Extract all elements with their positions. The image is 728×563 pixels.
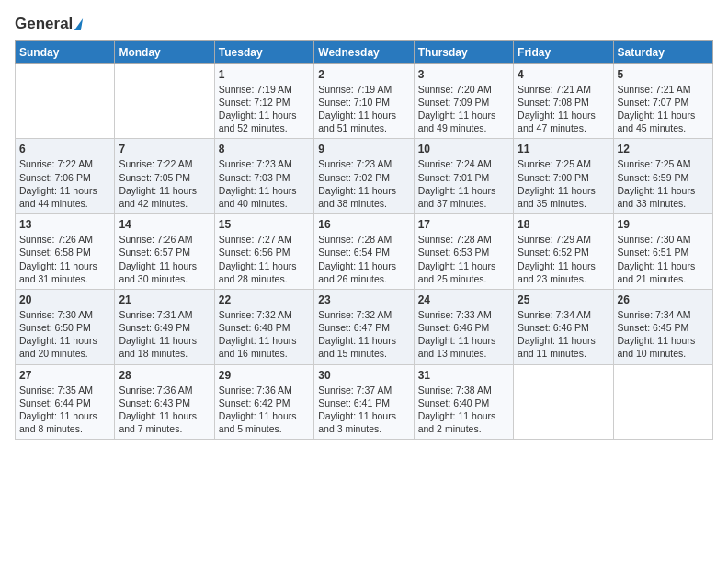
day-info: Sunrise: 7:37 AMSunset: 6:41 PMDaylight:…	[318, 384, 409, 436]
calendar-cell: 13Sunrise: 7:26 AMSunset: 6:58 PMDayligh…	[16, 214, 115, 290]
day-info: Sunrise: 7:33 AMSunset: 6:46 PMDaylight:…	[418, 308, 509, 361]
calendar-cell	[16, 63, 115, 139]
calendar-cell: 27Sunrise: 7:35 AMSunset: 6:44 PMDayligh…	[16, 364, 115, 440]
logo-triangle-icon	[74, 18, 83, 30]
day-info: Sunrise: 7:32 AMSunset: 6:48 PMDaylight:…	[219, 308, 310, 361]
calendar-cell: 26Sunrise: 7:34 AMSunset: 6:45 PMDayligh…	[613, 289, 712, 364]
day-number: 27	[19, 369, 110, 382]
day-number: 15	[219, 218, 310, 231]
day-info: Sunrise: 7:27 AMSunset: 6:56 PMDaylight:…	[219, 233, 310, 285]
calendar-cell: 30Sunrise: 7:37 AMSunset: 6:41 PMDayligh…	[314, 364, 414, 440]
day-info: Sunrise: 7:36 AMSunset: 6:43 PMDaylight:…	[119, 384, 210, 436]
day-number: 17	[418, 218, 509, 231]
calendar-cell: 25Sunrise: 7:34 AMSunset: 6:46 PMDayligh…	[514, 289, 613, 364]
calendar-week-row: 6Sunrise: 7:22 AMSunset: 7:06 PMDaylight…	[16, 139, 713, 214]
day-info: Sunrise: 7:20 AMSunset: 7:09 PMDaylight:…	[418, 83, 509, 135]
day-info: Sunrise: 7:19 AMSunset: 7:12 PMDaylight:…	[219, 83, 310, 135]
day-info: Sunrise: 7:22 AMSunset: 7:05 PMDaylight:…	[119, 157, 210, 210]
day-info: Sunrise: 7:23 AMSunset: 7:03 PMDaylight:…	[219, 157, 310, 210]
day-info: Sunrise: 7:32 AMSunset: 6:47 PMDaylight:…	[318, 308, 409, 361]
calendar-cell: 28Sunrise: 7:36 AMSunset: 6:43 PMDayligh…	[115, 364, 214, 440]
day-info: Sunrise: 7:30 AMSunset: 6:51 PMDaylight:…	[618, 233, 709, 285]
calendar-cell: 9Sunrise: 7:23 AMSunset: 7:02 PMDaylight…	[314, 139, 414, 214]
day-number: 23	[318, 293, 409, 306]
day-info: Sunrise: 7:31 AMSunset: 6:49 PMDaylight:…	[119, 308, 210, 361]
day-number: 22	[219, 293, 310, 306]
calendar-cell	[115, 63, 214, 139]
calendar-cell: 31Sunrise: 7:38 AMSunset: 6:40 PMDayligh…	[414, 364, 513, 440]
day-info: Sunrise: 7:38 AMSunset: 6:40 PMDaylight:…	[418, 384, 509, 436]
calendar-cell: 14Sunrise: 7:26 AMSunset: 6:57 PMDayligh…	[115, 214, 214, 290]
calendar-cell: 24Sunrise: 7:33 AMSunset: 6:46 PMDayligh…	[414, 289, 513, 364]
header: General	[15, 15, 713, 31]
calendar-cell: 21Sunrise: 7:31 AMSunset: 6:49 PMDayligh…	[115, 289, 214, 364]
calendar-cell: 20Sunrise: 7:30 AMSunset: 6:50 PMDayligh…	[16, 289, 115, 364]
day-number: 28	[119, 369, 210, 382]
calendar-cell: 29Sunrise: 7:36 AMSunset: 6:42 PMDayligh…	[214, 364, 313, 440]
day-number: 8	[219, 143, 310, 155]
calendar-cell: 5Sunrise: 7:21 AMSunset: 7:07 PMDaylight…	[613, 63, 712, 139]
day-info: Sunrise: 7:23 AMSunset: 7:02 PMDaylight:…	[318, 157, 409, 210]
day-number: 26	[618, 293, 709, 306]
day-info: Sunrise: 7:36 AMSunset: 6:42 PMDaylight:…	[219, 384, 310, 436]
day-info: Sunrise: 7:34 AMSunset: 6:46 PMDaylight:…	[518, 308, 609, 361]
logo: General	[15, 15, 82, 31]
calendar-cell: 15Sunrise: 7:27 AMSunset: 6:56 PMDayligh…	[214, 214, 313, 290]
day-number: 29	[219, 369, 310, 382]
calendar-cell: 7Sunrise: 7:22 AMSunset: 7:05 PMDaylight…	[115, 139, 214, 214]
calendar-cell: 23Sunrise: 7:32 AMSunset: 6:47 PMDayligh…	[314, 289, 414, 364]
calendar-week-row: 1Sunrise: 7:19 AMSunset: 7:12 PMDaylight…	[16, 63, 713, 139]
weekday-header-thursday: Thursday	[414, 40, 513, 63]
day-number: 12	[618, 143, 709, 155]
calendar-cell: 19Sunrise: 7:30 AMSunset: 6:51 PMDayligh…	[613, 214, 712, 290]
calendar-cell: 12Sunrise: 7:25 AMSunset: 6:59 PMDayligh…	[613, 139, 712, 214]
day-number: 1	[219, 68, 310, 81]
calendar-cell: 17Sunrise: 7:28 AMSunset: 6:53 PMDayligh…	[414, 214, 513, 290]
day-info: Sunrise: 7:34 AMSunset: 6:45 PMDaylight:…	[618, 308, 709, 361]
logo-line1: General	[15, 15, 82, 33]
day-info: Sunrise: 7:21 AMSunset: 7:08 PMDaylight:…	[518, 83, 609, 135]
calendar-cell: 2Sunrise: 7:19 AMSunset: 7:10 PMDaylight…	[314, 63, 414, 139]
day-number: 6	[19, 143, 110, 155]
day-number: 13	[19, 218, 110, 231]
day-info: Sunrise: 7:26 AMSunset: 6:57 PMDaylight:…	[119, 233, 210, 285]
day-info: Sunrise: 7:29 AMSunset: 6:52 PMDaylight:…	[518, 233, 609, 285]
day-info: Sunrise: 7:28 AMSunset: 6:54 PMDaylight:…	[318, 233, 409, 285]
day-info: Sunrise: 7:24 AMSunset: 7:01 PMDaylight:…	[418, 157, 509, 210]
weekday-header-friday: Friday	[514, 40, 613, 63]
calendar-week-row: 20Sunrise: 7:30 AMSunset: 6:50 PMDayligh…	[16, 289, 713, 364]
calendar-cell	[613, 364, 712, 440]
day-info: Sunrise: 7:30 AMSunset: 6:50 PMDaylight:…	[19, 308, 110, 361]
day-number: 2	[318, 68, 409, 81]
calendar-week-row: 13Sunrise: 7:26 AMSunset: 6:58 PMDayligh…	[16, 214, 713, 290]
day-number: 7	[119, 143, 210, 155]
day-number: 25	[518, 293, 609, 306]
day-number: 3	[418, 68, 509, 81]
calendar-cell: 18Sunrise: 7:29 AMSunset: 6:52 PMDayligh…	[514, 214, 613, 290]
calendar-cell: 6Sunrise: 7:22 AMSunset: 7:06 PMDaylight…	[16, 139, 115, 214]
day-number: 4	[518, 68, 609, 81]
day-number: 14	[119, 218, 210, 231]
weekday-header-wednesday: Wednesday	[314, 40, 414, 63]
day-number: 31	[418, 369, 509, 382]
calendar-cell	[514, 364, 613, 440]
day-info: Sunrise: 7:28 AMSunset: 6:53 PMDaylight:…	[418, 233, 509, 285]
day-number: 18	[518, 218, 609, 231]
day-number: 10	[418, 143, 509, 155]
calendar-cell: 16Sunrise: 7:28 AMSunset: 6:54 PMDayligh…	[314, 214, 414, 290]
weekday-header-monday: Monday	[115, 40, 214, 63]
day-info: Sunrise: 7:21 AMSunset: 7:07 PMDaylight:…	[618, 83, 709, 135]
day-info: Sunrise: 7:25 AMSunset: 6:59 PMDaylight:…	[618, 157, 709, 210]
day-number: 21	[119, 293, 210, 306]
calendar-cell: 8Sunrise: 7:23 AMSunset: 7:03 PMDaylight…	[214, 139, 313, 214]
calendar-cell: 1Sunrise: 7:19 AMSunset: 7:12 PMDaylight…	[214, 63, 313, 139]
weekday-header-saturday: Saturday	[613, 40, 712, 63]
day-number: 19	[618, 218, 709, 231]
day-number: 9	[318, 143, 409, 155]
calendar-cell: 3Sunrise: 7:20 AMSunset: 7:09 PMDaylight…	[414, 63, 513, 139]
day-number: 20	[19, 293, 110, 306]
weekday-header-row: SundayMondayTuesdayWednesdayThursdayFrid…	[16, 40, 713, 63]
weekday-header-tuesday: Tuesday	[214, 40, 313, 63]
day-number: 16	[318, 218, 409, 231]
day-info: Sunrise: 7:26 AMSunset: 6:58 PMDaylight:…	[19, 233, 110, 285]
